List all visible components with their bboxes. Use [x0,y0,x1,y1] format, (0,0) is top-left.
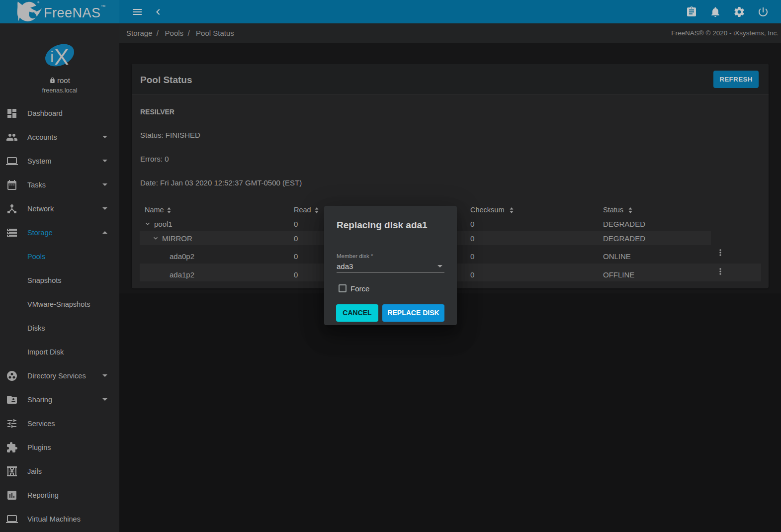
svg-text:i: i [50,48,54,66]
svg-text:X: X [54,45,69,69]
